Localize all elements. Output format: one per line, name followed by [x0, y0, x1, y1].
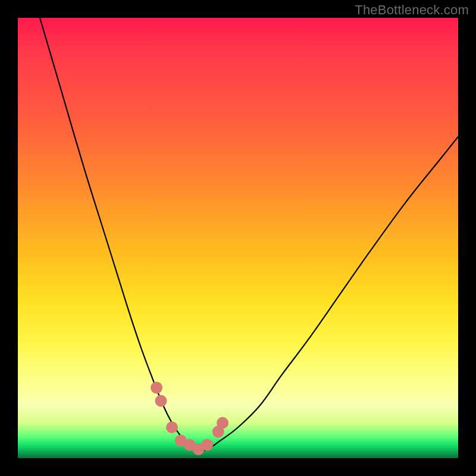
plot-area	[18, 18, 458, 458]
chart-frame: TheBottleneck.com	[0, 0, 476, 476]
highlight-markers	[151, 382, 228, 456]
marker-point	[155, 395, 167, 407]
marker-point	[217, 417, 228, 429]
bottleneck-curve	[40, 18, 458, 450]
marker-point	[166, 421, 178, 433]
marker-point	[201, 439, 213, 451]
marker-point	[151, 382, 162, 394]
watermark-text: TheBottleneck.com	[355, 2, 469, 18]
chart-svg	[18, 18, 458, 458]
